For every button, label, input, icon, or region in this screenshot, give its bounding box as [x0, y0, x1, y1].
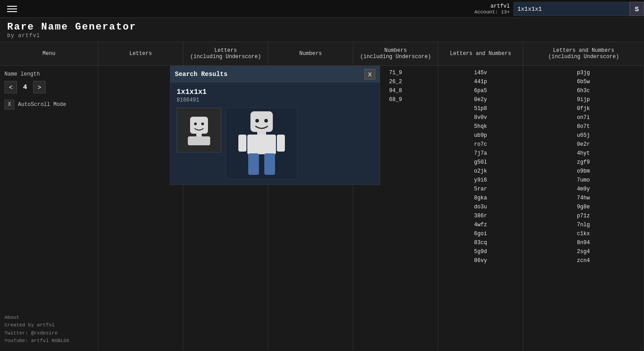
- list-item[interactable]: 8o7t: [523, 122, 644, 131]
- svg-rect-13: [264, 153, 275, 175]
- list-item[interactable]: p71z: [523, 211, 644, 220]
- list-item[interactable]: 0e2y: [438, 95, 523, 104]
- stepper-next-button[interactable]: >: [33, 81, 46, 93]
- account-username: artfvl: [491, 3, 510, 9]
- list-item[interactable]: p3jg: [523, 68, 644, 77]
- hamburger-menu[interactable]: [7, 6, 17, 12]
- col-header-letters-numbers[interactable]: Letters and Numbers: [438, 42, 523, 65]
- result-id: 8166491: [177, 97, 373, 103]
- svg-rect-10: [238, 135, 246, 152]
- col-letters-numbers: i45v441p6pa50e2y51p88v0v5hqkub9pro7c7j7a…: [438, 66, 523, 351]
- list-item[interactable]: 4wfz: [438, 220, 523, 229]
- list-item[interactable]: 8v0v: [438, 113, 523, 122]
- list-item[interactable]: 6h3c: [523, 86, 644, 95]
- list-item[interactable]: u65j: [523, 131, 644, 140]
- list-item[interactable]: 7j7a: [438, 149, 523, 158]
- list-item[interactable]: o9bm: [523, 167, 644, 176]
- main-content: Name length < 4 > X AutoScroll Mode Abou…: [0, 66, 644, 351]
- footer-youtube: YouTube: artfvl ROBLOX: [4, 337, 93, 345]
- list-item[interactable]: 8n94: [523, 238, 644, 247]
- search-input[interactable]: [513, 2, 630, 16]
- list-item[interactable]: g50l: [438, 158, 523, 167]
- sidebar: Name length < 4 > X AutoScroll Mode Abou…: [0, 66, 98, 351]
- list-item[interactable]: 9ijp: [523, 95, 644, 104]
- list-item[interactable]: 9g8e: [523, 203, 644, 211]
- result-avatars: [177, 108, 373, 179]
- search-results-title: Search Results: [175, 71, 228, 78]
- account-info: artfvl Account: 13+: [471, 3, 513, 15]
- list-item[interactable]: 4m9y: [523, 185, 644, 194]
- list-item[interactable]: 7nlg: [523, 220, 644, 229]
- footer-created-by: Created by artfvl: [4, 321, 93, 330]
- list-item[interactable]: 6b5w: [523, 77, 644, 86]
- app-subtitle: by artfvl: [7, 33, 637, 39]
- col-header-numbers[interactable]: Numbers: [268, 42, 353, 65]
- svg-rect-9: [247, 135, 276, 154]
- list-item[interactable]: 4hyt: [523, 149, 644, 158]
- list-item[interactable]: do3u: [438, 203, 523, 211]
- list-item[interactable]: i45v: [438, 68, 523, 77]
- sidebar-top: Name length < 4 > X AutoScroll Mode: [4, 71, 93, 110]
- col-letters-numbers-underscore: p3jg6b5w6h3c9ijp0fjkon7i8o7tu65j0e2r4hyt…: [523, 66, 644, 351]
- footer-about: About: [4, 314, 93, 322]
- svg-point-6: [255, 119, 259, 123]
- list-item[interactable]: 83cq: [438, 238, 523, 247]
- list-item[interactable]: zgf9: [523, 158, 644, 167]
- search-results-overlay: Search Results X 1x1x1x1 8166491: [170, 66, 380, 185]
- svg-rect-3: [196, 133, 202, 136]
- list-item[interactable]: 5hqk: [438, 122, 523, 131]
- list-item[interactable]: 5g9d: [438, 247, 523, 256]
- list-item[interactable]: c1kx: [523, 229, 644, 238]
- col-header-letters-underscore[interactable]: Letters(including Underscore): [183, 42, 268, 65]
- list-item[interactable]: 8gka: [438, 194, 523, 203]
- list-item[interactable]: 0e2r: [523, 140, 644, 149]
- stepper-value: 4: [21, 84, 30, 91]
- avatar-headshot: [177, 108, 221, 152]
- list-item[interactable]: y9i6: [438, 176, 523, 185]
- svg-point-1: [194, 123, 197, 125]
- autoscroll-toggle[interactable]: X: [4, 100, 14, 110]
- list-item[interactable]: 6pa5: [438, 86, 523, 95]
- search-results-header: Search Results X: [170, 66, 380, 83]
- app-header: Rare Name Generator by artfvl: [0, 18, 644, 42]
- list-item[interactable]: 441p: [438, 77, 523, 86]
- list-item[interactable]: on7i: [523, 113, 644, 122]
- stepper-prev-button[interactable]: <: [4, 81, 17, 93]
- col-header-menu[interactable]: Menu: [0, 42, 98, 65]
- autoscroll-label: AutoScroll Mode: [18, 101, 66, 108]
- result-username: 1x1x1x1: [177, 88, 373, 96]
- list-item[interactable]: 6goi: [438, 229, 523, 238]
- col-header-letters-numbers-underscore[interactable]: Letters and Numbers(including Underscore…: [523, 42, 644, 65]
- avatar-fullbody: [226, 108, 297, 179]
- list-item[interactable]: 5rar: [438, 185, 523, 194]
- app-title: Rare Name Generator: [7, 21, 637, 33]
- col-header-numbers-underscore[interactable]: Numbers(including Underscore): [353, 42, 438, 65]
- footer-twitter: Twitter: @rxdesire: [4, 330, 93, 338]
- search-results-close-button[interactable]: X: [364, 69, 375, 80]
- list-item[interactable]: 74hw: [523, 194, 644, 203]
- list-item[interactable]: ro7c: [438, 140, 523, 149]
- list-item[interactable]: 86vy: [438, 256, 523, 265]
- autoscroll-row: X AutoScroll Mode: [4, 100, 93, 110]
- list-item[interactable]: 7umo: [523, 176, 644, 185]
- list-item[interactable]: 2sg4: [523, 247, 644, 256]
- list-item[interactable]: ub9p: [438, 131, 523, 140]
- top-bar: artfvl Account: 13+ S: [0, 0, 644, 18]
- col-header-letters[interactable]: Letters: [98, 42, 183, 65]
- name-length-label: Name length: [4, 71, 93, 77]
- avatar-fullbody-svg: [235, 109, 288, 178]
- list-item[interactable]: 386r: [438, 211, 523, 220]
- column-headers: Menu Letters Letters(including Underscor…: [0, 42, 644, 66]
- list-item[interactable]: 0fjk: [523, 104, 644, 113]
- list-item[interactable]: 51p8: [438, 104, 523, 113]
- search-results-body: 1x1x1x1 8166491: [170, 83, 380, 185]
- search-button[interactable]: S: [630, 2, 644, 16]
- svg-rect-12: [248, 153, 259, 175]
- list-item[interactable]: zcn4: [523, 256, 644, 265]
- svg-point-7: [264, 119, 268, 123]
- svg-rect-11: [277, 135, 285, 152]
- svg-point-2: [201, 123, 204, 125]
- svg-rect-0: [190, 117, 208, 134]
- svg-rect-4: [188, 136, 210, 145]
- list-item[interactable]: o2jk: [438, 167, 523, 176]
